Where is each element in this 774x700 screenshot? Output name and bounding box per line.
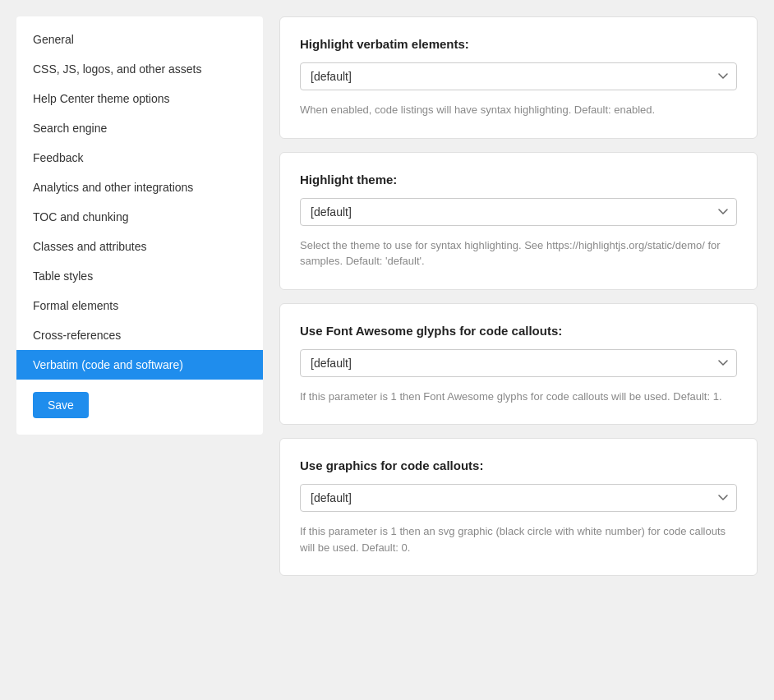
sidebar-item-help-center-theme[interactable]: Help Center theme options bbox=[16, 84, 263, 113]
card-select-highlight-theme[interactable]: [default] bbox=[300, 198, 737, 226]
card-description-highlight-theme: Select the theme to use for syntax highl… bbox=[300, 237, 737, 269]
card-select-font-awesome-glyphs[interactable]: [default]10 bbox=[300, 349, 737, 377]
card-highlight-theme: Highlight theme:[default]Select the them… bbox=[279, 152, 758, 290]
sidebar-item-css-js-logos[interactable]: CSS, JS, logos, and other assets bbox=[16, 54, 263, 84]
sidebar-item-verbatim[interactable]: Verbatim (code and software) bbox=[16, 350, 263, 380]
sidebar-item-feedback[interactable]: Feedback bbox=[16, 143, 263, 173]
card-select-graphics-callouts[interactable]: [default]10 bbox=[300, 484, 737, 512]
sidebar-item-general[interactable]: General bbox=[16, 25, 263, 54]
save-button-wrapper: Save bbox=[16, 380, 263, 426]
card-description-font-awesome-glyphs: If this parameter is 1 then Font Awesome… bbox=[300, 389, 737, 405]
sidebar-item-analytics[interactable]: Analytics and other integrations bbox=[16, 173, 263, 202]
sidebar: GeneralCSS, JS, logos, and other assetsH… bbox=[16, 16, 263, 435]
main-content: Highlight verbatim elements:[default]yes… bbox=[279, 16, 758, 684]
card-description-graphics-callouts: If this parameter is 1 then an svg graph… bbox=[300, 523, 737, 555]
card-title-highlight-theme: Highlight theme: bbox=[300, 173, 737, 187]
card-title-font-awesome-glyphs: Use Font Awesome glyphs for code callout… bbox=[300, 324, 737, 338]
sidebar-item-classes-attributes[interactable]: Classes and attributes bbox=[16, 232, 263, 261]
sidebar-item-search-engine[interactable]: Search engine bbox=[16, 113, 263, 143]
sidebar-item-cross-references[interactable]: Cross-references bbox=[16, 320, 263, 350]
card-highlight-verbatim: Highlight verbatim elements:[default]yes… bbox=[279, 16, 758, 139]
card-title-highlight-verbatim: Highlight verbatim elements: bbox=[300, 37, 737, 51]
card-font-awesome-glyphs: Use Font Awesome glyphs for code callout… bbox=[279, 303, 758, 426]
card-graphics-callouts: Use graphics for code callouts:[default]… bbox=[279, 438, 758, 576]
card-select-highlight-verbatim[interactable]: [default]yesno bbox=[300, 62, 737, 90]
page-wrapper: GeneralCSS, JS, logos, and other assetsH… bbox=[0, 0, 774, 700]
card-title-graphics-callouts: Use graphics for code callouts: bbox=[300, 458, 737, 472]
card-description-highlight-verbatim: When enabled, code listings will have sy… bbox=[300, 102, 737, 118]
sidebar-item-toc-chunking[interactable]: TOC and chunking bbox=[16, 202, 263, 232]
save-button[interactable]: Save bbox=[33, 392, 89, 418]
sidebar-item-table-styles[interactable]: Table styles bbox=[16, 261, 263, 291]
sidebar-item-formal-elements[interactable]: Formal elements bbox=[16, 291, 263, 320]
